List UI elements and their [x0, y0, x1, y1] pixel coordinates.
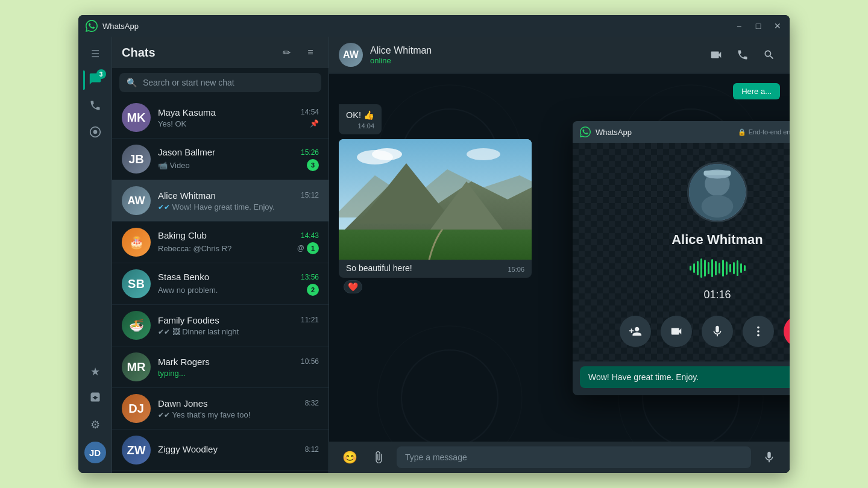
chat-preview-baking: Rebecca: @Chris R? — [158, 244, 296, 253]
attach-btn[interactable] — [368, 446, 389, 468]
avatar-portrait-svg — [689, 162, 746, 222]
image-caption: So beautiful here! — [346, 263, 412, 273]
chat-time-baking: 14:43 — [301, 231, 319, 240]
chat-item-maya[interactable]: MK Maya Kasuma 14:54 Yes! OK 📌 — [112, 97, 329, 139]
chat-time-maya: 14:54 — [301, 108, 319, 116]
chat-preview-row-alice: ✔✔ Wow! Have great time. Enjoy. — [158, 202, 319, 211]
message-input[interactable] — [397, 446, 751, 468]
mute-btn[interactable] — [702, 316, 733, 347]
chat-preview-jason: 📹 Video — [158, 161, 304, 170]
profile-avatar[interactable]: JD — [84, 442, 106, 463]
archive-icon — [89, 391, 101, 406]
image-message: So beautiful here! 15:06 — [339, 139, 532, 278]
settings-btn[interactable]: ⚙ — [83, 413, 107, 437]
chat-item-ziggy[interactable]: ZW Ziggy Woodley 8:12 — [112, 430, 329, 471]
chat-preview-dawn: ✔✔ Yes that's my fave too! — [158, 410, 319, 419]
chat-preview-maya: Yes! OK — [158, 119, 307, 128]
chat-item-mark[interactable]: MR Mark Rogers 10:56 typing... — [112, 346, 329, 388]
chat-info-dawn: Dawn Jones 8:32 ✔✔ Yes that's my fave to… — [158, 398, 319, 419]
emoji-btn[interactable]: 😊 — [339, 446, 360, 468]
close-btn[interactable]: ✕ — [773, 21, 782, 31]
chat-name-dawn: Dawn Jones — [158, 398, 208, 408]
svg-point-7 — [372, 148, 402, 160]
chat-preview-mark: typing... — [158, 369, 319, 378]
unread-badge-jason: 3 — [307, 159, 319, 171]
image-caption-area: So beautiful here! 15:06 — [339, 260, 532, 278]
more-options-btn[interactable] — [743, 316, 774, 347]
video-call-btn[interactable] — [705, 44, 727, 66]
chat-name-row-stasa: Stasa Benko 13:56 — [158, 272, 319, 282]
chat-item-dawn[interactable]: DJ Dawn Jones 8:32 ✔✔ Yes that's my fave… — [112, 388, 329, 430]
end-call-btn[interactable] — [784, 316, 790, 347]
active-indicator — [83, 70, 85, 90]
filter-btn[interactable]: ≡ — [302, 44, 319, 61]
notification-pill: Here a... — [733, 83, 780, 99]
chat-info-stasa: Stasa Benko 13:56 Aww no problem. 2 — [158, 272, 319, 296]
chat-preview-row-stasa: Aww no problem. 2 — [158, 284, 319, 296]
add-participant-btn[interactable] — [620, 316, 651, 347]
chat-info-alice: Alice Whitman 15:12 ✔✔ Wow! Have great t… — [158, 190, 319, 211]
call-contact-avatar — [687, 162, 747, 222]
chat-name-alice: Alice Whitman — [158, 190, 216, 201]
app-window: WhatsApp − □ ✕ ☰ 3 — [78, 15, 790, 473]
new-chat-btn[interactable]: ✏ — [278, 44, 295, 61]
chat-name-row-maya: Maya Kasuma 14:54 — [158, 107, 319, 117]
search-wrapper: 🔍 — [119, 73, 321, 92]
starred-btn[interactable]: ★ — [83, 360, 107, 384]
voice-call-btn[interactable] — [732, 44, 753, 66]
search-chat-btn[interactable] — [758, 44, 780, 66]
chat-item-alice[interactable]: AW Alice Whitman 15:12 ✔✔ Wow! Have grea… — [112, 180, 329, 222]
call-avatar-image — [689, 164, 746, 221]
minimize-btn[interactable]: − — [734, 21, 744, 31]
voice-msg-btn[interactable] — [758, 446, 780, 468]
chat-preview-stasa: Aww no problem. — [158, 286, 304, 295]
chat-preview-row-jason: 📹 Video 3 — [158, 159, 319, 171]
app-title: WhatsApp — [102, 22, 729, 31]
call-actions — [620, 316, 790, 347]
image-time: 15:06 — [508, 266, 524, 273]
chat-header-avatar[interactable]: AW — [339, 43, 363, 67]
chat-input-area: 😊 — [329, 442, 790, 473]
chat-info-maya: Maya Kasuma 14:54 Yes! OK 📌 — [158, 107, 319, 128]
chat-item-baking[interactable]: 🎂 Baking Club 14:43 Rebecca: @Chris R? @… — [112, 222, 329, 263]
icon-bar-top: ☰ 3 — [83, 42, 107, 357]
chat-time-family: 11:21 — [301, 316, 319, 324]
app-body: ☰ 3 — [78, 37, 790, 473]
svg-point-16 — [757, 334, 760, 337]
chat-name-baking: Baking Club — [158, 230, 207, 240]
status-btn[interactable] — [83, 121, 107, 145]
search-bar: 🔍 — [112, 68, 329, 97]
chat-preview-row-maya: Yes! OK 📌 — [158, 119, 319, 128]
archive-btn[interactable] — [83, 386, 107, 410]
icon-bar: ☰ 3 — [78, 37, 112, 473]
search-input[interactable] — [143, 78, 314, 87]
chat-time-ziggy: 8:12 — [305, 445, 319, 454]
avatar-stasa: SB — [122, 269, 151, 298]
chat-item-family[interactable]: 🍜 Family Foodies 11:21 ✔✔ 🖼 Dinner last … — [112, 305, 329, 346]
chat-header: AW Alice Whitman online — [329, 37, 790, 74]
svg-rect-13 — [703, 170, 731, 175]
calls-btn[interactable] — [83, 95, 107, 119]
chat-item-jason[interactable]: JB Jason Ballmer 15:26 📹 Video 3 — [112, 139, 329, 180]
chat-info-family: Family Foodies 11:21 ✔✔ 🖼 Dinner last ni… — [158, 315, 319, 336]
chat-name-ziggy: Ziggy Woodley — [158, 444, 218, 454]
switch-to-video-btn[interactable] — [661, 316, 692, 347]
chat-name-row-baking: Baking Club 14:43 — [158, 230, 319, 240]
landscape-svg — [339, 139, 532, 260]
pin-icon-maya: 📌 — [310, 119, 319, 128]
maximize-btn[interactable]: □ — [753, 21, 763, 31]
unread-badge-baking: 1 — [307, 242, 319, 254]
call-last-message: Wow! Have great time. Enjoy. 15:12 ✔✔ — [580, 366, 790, 388]
chats-btn[interactable]: 3 — [83, 68, 107, 92]
star-icon: ★ — [90, 365, 100, 378]
chat-item-stasa[interactable]: SB Stasa Benko 13:56 Aww no problem. 2 — [112, 263, 329, 305]
chat-info-mark: Mark Rogers 10:56 typing... — [158, 357, 319, 378]
message-text-ok: OK! 👍 — [346, 110, 374, 120]
chat-time-mark: 10:56 — [301, 357, 319, 366]
avatar-family: 🍜 — [122, 311, 151, 340]
title-bar: WhatsApp − □ ✕ — [78, 15, 790, 37]
chat-time-dawn: 8:32 — [305, 399, 319, 407]
menu-btn[interactable]: ☰ — [83, 42, 107, 66]
avatar-mark: MR — [122, 352, 151, 381]
mountain-image — [339, 139, 532, 260]
